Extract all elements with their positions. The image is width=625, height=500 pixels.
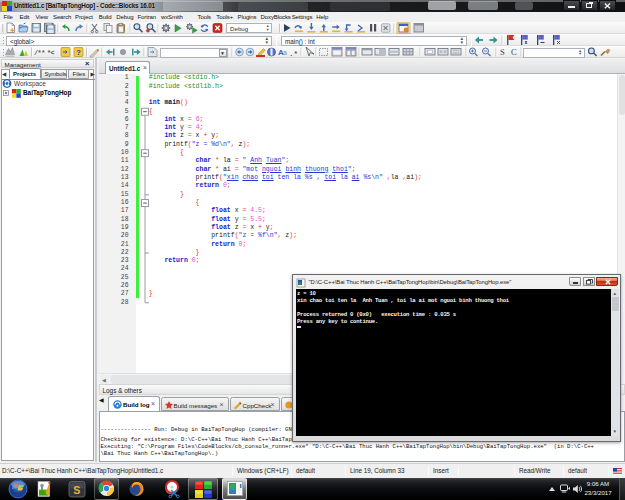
svg-text:C: C xyxy=(511,47,517,57)
svg-text:S: S xyxy=(500,47,505,57)
svg-text:*<: *< xyxy=(47,49,55,57)
svg-text:a: a xyxy=(283,49,287,56)
svg-text:.*: .* xyxy=(289,50,298,58)
svg-text:?: ? xyxy=(76,48,81,57)
svg-text:/**: /** xyxy=(34,49,45,57)
svg-text:S: S xyxy=(73,483,80,495)
